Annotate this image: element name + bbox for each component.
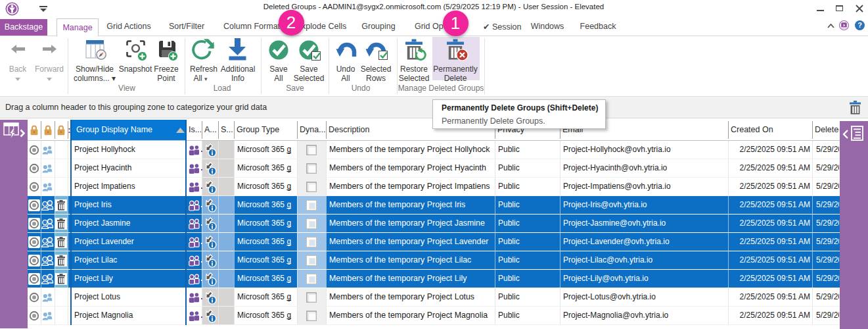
svg-text:?: ? xyxy=(857,21,862,29)
